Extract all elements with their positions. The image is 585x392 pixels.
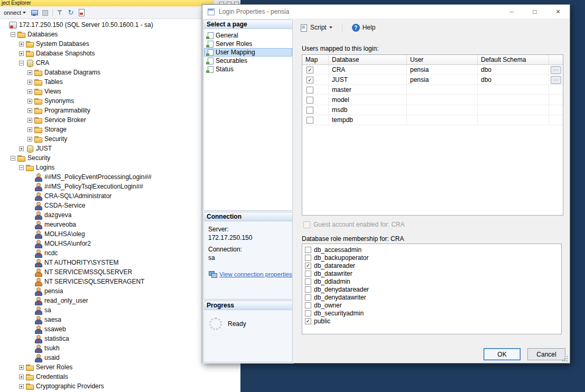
map-checkbox[interactable] (307, 117, 313, 124)
database-cell: msdb (329, 105, 407, 115)
expand-plus-icon[interactable]: + (27, 99, 32, 104)
minimize-button[interactable] (500, 5, 523, 18)
filter-icon[interactable] (55, 8, 65, 17)
expand-plus-icon[interactable]: + (19, 375, 24, 379)
role-item: db_securityadmin (304, 309, 561, 317)
login-icon (34, 220, 42, 229)
expand-plus-icon[interactable]: + (27, 127, 32, 132)
page-item-label: Server Roles (216, 40, 252, 48)
role-checkbox[interactable] (305, 310, 311, 316)
expand-plus-icon[interactable]: + (27, 137, 32, 142)
role-label: public (314, 318, 330, 325)
folder-icon (25, 382, 34, 390)
expand-plus-icon[interactable]: + (19, 365, 24, 370)
disconnect-icon[interactable] (30, 8, 39, 17)
page-item-general[interactable]: General (204, 31, 292, 40)
map-checkbox[interactable] (307, 97, 313, 104)
page-item-securables[interactable]: Securables (204, 57, 292, 65)
role-checkbox[interactable] (305, 286, 311, 293)
page-item-status[interactable]: Status (204, 65, 292, 73)
schema-cell (478, 105, 549, 115)
tree-item[interactable]: +Credentials (0, 372, 240, 381)
maximize-button[interactable] (523, 5, 546, 18)
tree-item-label: MOLHSA\oleg (44, 230, 85, 238)
map-checkbox[interactable]: ✓ (307, 67, 313, 73)
login-icon (34, 325, 42, 333)
map-checkbox[interactable]: ✓ (307, 77, 313, 83)
table-row: ✓JUSTpensiadbo... (302, 75, 563, 85)
login-icon (34, 334, 42, 343)
dialog-left-column: Select a page GeneralServer RolesUser Ma… (202, 18, 294, 363)
cancel-button[interactable]: Cancel (527, 348, 565, 360)
expand-plus-icon[interactable]: + (27, 108, 32, 113)
role-checkbox[interactable] (305, 302, 311, 309)
tree-item[interactable]: +Cryptographic Providers (0, 381, 240, 391)
guest-account-label: Guest account enabled for: CRA (313, 221, 405, 228)
browse-button[interactable]: ... (551, 66, 561, 74)
role-checkbox[interactable] (305, 247, 311, 253)
page-item-server-roles[interactable]: Server Roles (204, 40, 292, 48)
folder-icon (34, 87, 42, 96)
role-item: db_denydatawriter (304, 293, 561, 301)
role-label: db_backupoperator (314, 254, 368, 262)
progress-spinner-icon (209, 318, 222, 330)
collapse-minus-icon[interactable]: − (11, 156, 15, 161)
script-button[interactable]: Script (296, 21, 337, 34)
expand-plus-icon[interactable]: + (19, 146, 24, 151)
folder-icon (25, 372, 34, 381)
role-checkbox[interactable]: ✓ (305, 318, 311, 324)
refresh-icon[interactable] (66, 8, 76, 17)
ok-button[interactable]: OK (484, 348, 521, 360)
tree-item-label: Programmability (44, 107, 90, 114)
expand-plus-icon[interactable]: + (27, 80, 32, 85)
folder-icon (34, 97, 42, 105)
role-checkbox[interactable]: ✓ (305, 263, 311, 269)
tree-item-label: usaid (44, 354, 60, 361)
view-connection-properties-link[interactable]: View connection properties (219, 271, 292, 277)
page-item-user-mapping[interactable]: User Mapping (204, 48, 292, 57)
tree-item[interactable]: +Server Roles (0, 362, 240, 372)
column-header: Default Schema (478, 55, 549, 64)
browse-button[interactable]: ... (551, 76, 561, 84)
connection-section: Connection Server: 172.17.250.150 Connec… (203, 212, 293, 300)
expand-plus-icon[interactable]: + (27, 89, 32, 94)
expand-plus-icon[interactable]: + (27, 70, 32, 75)
connect-button[interactable]: onnect (1, 7, 29, 18)
role-checkbox[interactable] (305, 255, 311, 261)
resize-grip[interactable] (562, 356, 568, 361)
page-item-label: Securables (216, 57, 247, 64)
page-icon (206, 49, 213, 56)
database-cell: model (329, 95, 407, 105)
connection-label: Connection: (208, 246, 289, 253)
schema-cell (478, 85, 549, 95)
expand-plus-icon[interactable]: + (19, 51, 24, 56)
collapse-minus-icon[interactable]: − (11, 32, 15, 37)
login-icon (34, 353, 42, 362)
role-checkbox[interactable] (305, 270, 311, 277)
expand-plus-icon[interactable]: + (19, 42, 24, 46)
page-item-label: Status (216, 66, 234, 73)
select-page-list: GeneralServer RolesUser MappingSecurable… (204, 29, 292, 73)
table-row: ✓CRApensiadbo... (302, 65, 563, 75)
role-checkbox[interactable] (305, 278, 311, 285)
script-icon[interactable] (77, 8, 86, 17)
user-cell (407, 105, 478, 115)
close-button[interactable] (546, 5, 570, 18)
collapse-minus-icon[interactable]: − (19, 165, 24, 170)
expand-plus-icon[interactable]: + (19, 384, 24, 389)
tree-item-label: meurveoba (44, 221, 76, 228)
chevron-down-icon (23, 12, 26, 14)
collapse-minus-icon[interactable]: − (19, 61, 24, 66)
map-checkbox[interactable] (307, 87, 313, 94)
role-checkbox[interactable] (305, 294, 311, 301)
role-membership-list: db_accessadmindb_backupoperator✓db_datar… (302, 244, 562, 334)
map-checkbox[interactable] (307, 107, 313, 114)
tree-item-label: Logins (36, 164, 54, 171)
role-label: db_denydatareader (314, 286, 369, 293)
login-icon (34, 182, 42, 191)
expand-plus-icon[interactable]: + (27, 118, 32, 123)
stop-icon[interactable] (40, 8, 50, 17)
map-cell (302, 115, 329, 125)
help-button[interactable]: Help (348, 21, 380, 34)
user-cell: pensia (407, 75, 478, 85)
